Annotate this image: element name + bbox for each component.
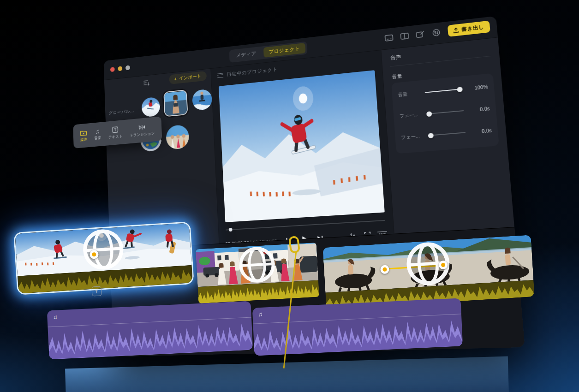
scrub-handle[interactable] <box>229 228 233 232</box>
volume-label: 音量 <box>398 90 420 99</box>
fade-out-slider-thumb[interactable] <box>428 132 434 138</box>
close-button[interactable] <box>110 67 115 72</box>
audio-clip-1[interactable]: ♫ <box>47 301 253 360</box>
hamburger-icon[interactable] <box>217 73 223 78</box>
desk-base-surface <box>65 356 509 392</box>
text-track-letter: T <box>95 288 98 294</box>
clip-horse-beach[interactable] <box>322 235 534 309</box>
fullscreen-button[interactable] <box>125 65 130 70</box>
popup-item-media[interactable]: 媒体 <box>80 129 87 143</box>
globe-icon <box>196 243 318 287</box>
text-box-icon <box>112 126 119 133</box>
fade-out-value: 0.0s <box>470 127 492 135</box>
compose-icon[interactable] <box>416 30 425 38</box>
export-label: 書き出し <box>461 24 484 33</box>
music-note-icon: ♫ <box>53 313 57 320</box>
audio-panel: 音声 音量 音量 100% フェー... 0.0s フェー... 0.0s <box>382 37 514 233</box>
fade-out-label: フェー... <box>401 133 424 141</box>
sort-icon[interactable] <box>143 80 150 86</box>
audio-clip-2[interactable]: ♫ <box>252 298 463 356</box>
preview-panel: 再生中のプロジェクト <box>210 50 394 244</box>
snowboard-preview-frame <box>219 70 385 222</box>
upload-icon <box>454 27 460 33</box>
fade-in-value: 0.0s <box>469 106 490 113</box>
split-view-icon[interactable] <box>400 32 410 40</box>
video-preview[interactable] <box>219 70 385 222</box>
thumbnail-wakeboard[interactable] <box>192 89 212 111</box>
music-note-icon: ♫ <box>258 311 263 318</box>
fade-in-slider[interactable] <box>426 110 464 114</box>
export-button[interactable]: 書き出し <box>448 21 490 37</box>
tab-project[interactable]: プロジェクト <box>263 43 305 58</box>
popup-item-music[interactable]: ♫ 音楽 <box>94 128 101 141</box>
popup-label-transition: トランジション <box>130 131 155 138</box>
import-button[interactable]: + インポート <box>169 71 207 84</box>
text-track-icon[interactable]: T <box>91 286 101 296</box>
thumbnail-beach-girl[interactable] <box>163 89 188 117</box>
volume-card: 音量 100% フェー... 0.0s フェー... 0.0s <box>391 73 499 154</box>
music-note-icon: ♫ <box>95 128 100 135</box>
library-panel: + インポート グローバル... テンポラリ... 媒体 <box>104 69 219 249</box>
thumbnail-girls-street[interactable] <box>166 124 189 149</box>
volume-slider[interactable] <box>425 89 462 93</box>
subtitle-card-icon[interactable] <box>385 34 394 42</box>
transition-icon <box>138 123 146 131</box>
popup-label-text: テキスト <box>108 134 123 140</box>
project-title: 再生中のプロジェクト <box>227 66 278 78</box>
import-label: インポート <box>179 73 202 82</box>
media-folder-icon <box>80 129 87 136</box>
traffic-lights <box>110 65 130 72</box>
popup-label-music: 音楽 <box>94 135 101 141</box>
popup-item-text[interactable]: テキスト <box>108 125 122 140</box>
plus-icon: + <box>174 76 177 82</box>
fade-in-label: フェー... <box>399 111 422 119</box>
tab-media[interactable]: メディア <box>231 48 262 61</box>
fade-out-slider[interactable] <box>428 132 466 136</box>
popup-label-media: 媒体 <box>80 137 87 143</box>
girls-filmstrip <box>196 243 318 287</box>
volume-slider-thumb[interactable] <box>457 86 463 92</box>
thumbnail-snowboard[interactable] <box>141 97 160 118</box>
clip-snowboard-selected[interactable] <box>13 221 194 295</box>
volume-value: 100% <box>467 83 488 91</box>
folder-global[interactable]: グローバル... <box>108 108 134 116</box>
preview-header: 再生中のプロジェクト <box>217 66 278 79</box>
adjust-dial-icon[interactable] <box>432 28 441 36</box>
clip-street-girls[interactable] <box>196 243 319 303</box>
popup-item-transition[interactable]: トランジション <box>129 123 155 138</box>
fade-in-slider-thumb[interactable] <box>426 111 432 117</box>
minimize-button[interactable] <box>118 66 122 71</box>
